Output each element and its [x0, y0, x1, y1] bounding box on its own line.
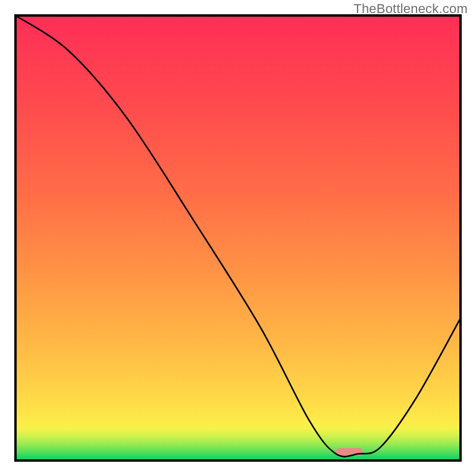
watermark: TheBottleneck.com [353, 1, 468, 17]
target-range-marker [336, 448, 363, 456]
plot-area [15, 15, 461, 461]
chart-frame: TheBottleneck.com [0, 0, 476, 476]
bottleneck-chart [0, 0, 476, 476]
